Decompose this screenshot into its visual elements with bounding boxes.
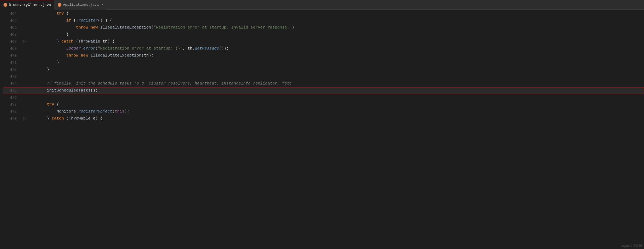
line-content-469: Logger.error("Registration error at star…	[27, 45, 644, 52]
line-number-469: 469	[3, 45, 22, 52]
fold-arrow-479[interactable]: −	[23, 117, 26, 120]
code-line-473: 473	[3, 73, 644, 80]
line-number-464: 464	[3, 10, 22, 17]
code-line-469: 469 Logger.error("Registration error at …	[3, 45, 644, 52]
line-number-474: 474	[3, 80, 22, 87]
fold-arrow-468[interactable]: −	[23, 40, 26, 43]
line-content-465: if (!register() ) {	[27, 17, 644, 24]
line-number-467: 467	[3, 31, 22, 38]
line-content-473	[27, 73, 644, 80]
line-number-470: 470	[3, 52, 22, 59]
line-content-477: try {	[27, 101, 644, 108]
tab-bar: CDiscoveryClient.javaCApplications.java×	[0, 0, 644, 10]
line-number-472: 472	[3, 66, 22, 73]
line-number-477: 477	[3, 101, 22, 108]
line-content-479: } catch (Throwable e) {	[27, 115, 644, 122]
editor-container: 464 try {465 if (!register() ) {466 thro…	[0, 10, 644, 249]
line-number-476: 476	[3, 94, 22, 101]
code-line-467: 467 }	[3, 31, 644, 38]
tab-label-discovery: DiscoveryClient.java	[9, 3, 51, 7]
line-content-474: // finally, init the schedule tasks (e.g…	[27, 80, 644, 87]
code-line-471: 471 }	[3, 59, 644, 66]
line-content-471: }	[27, 59, 644, 66]
line-content-467: }	[27, 31, 644, 38]
line-marker-468: −	[22, 40, 27, 43]
line-number-468: 468	[3, 38, 22, 45]
tab-icon-discovery: C	[4, 3, 7, 7]
code-line-478: 478 Monitors.registerObject(this);	[3, 108, 644, 115]
line-number-473: 473	[3, 73, 22, 80]
line-content-470: throw new IllegalStateException(th);	[27, 52, 644, 59]
code-line-464: 464 try {	[3, 10, 644, 17]
tab-discovery[interactable]: CDiscoveryClient.java	[0, 0, 54, 10]
code-line-475: 475 initScheduledTasks();	[3, 87, 644, 94]
line-number-471: 471	[3, 59, 22, 66]
code-line-466: 466 throw new IllegalStateException("Reg…	[3, 24, 644, 31]
code-line-465: 465 if (!register() ) {	[3, 17, 644, 24]
tab-applications[interactable]: CApplications.java×	[54, 0, 107, 10]
watermark: CSDN © 互联网	[621, 244, 642, 248]
line-content-468: } catch (Throwable th) {	[27, 38, 644, 45]
tab-close-applications[interactable]: ×	[102, 3, 103, 7]
code-line-468: 468− } catch (Throwable th) {	[3, 38, 644, 45]
code-line-479: 479− } catch (Throwable e) {	[3, 115, 644, 122]
line-number-475: 475	[3, 87, 22, 94]
line-content-478: Monitors.registerObject(this);	[27, 108, 644, 115]
code-line-472: 472 }	[3, 66, 644, 73]
line-number-478: 478	[3, 108, 22, 115]
line-number-479: 479	[3, 115, 22, 122]
line-number-465: 465	[3, 17, 22, 24]
line-number-466: 466	[3, 24, 22, 31]
code-line-470: 470 throw new IllegalStateException(th);	[3, 52, 644, 59]
line-content-464: try {	[27, 10, 644, 17]
code-area: 464 try {465 if (!register() ) {466 thro…	[0, 10, 644, 249]
line-content-476	[27, 94, 644, 101]
tab-icon-applications: C	[58, 3, 61, 7]
line-content-466: throw new IllegalStateException("Registr…	[27, 24, 644, 31]
tab-label-applications: Applications.java	[63, 3, 99, 7]
line-content-475: initScheduledTasks();	[27, 87, 644, 94]
line-content-472: }	[27, 66, 644, 73]
code-line-477: 477 try {	[3, 101, 644, 108]
code-line-474: 474 // finally, init the schedule tasks …	[3, 80, 644, 87]
code-line-476: 476	[3, 94, 644, 101]
line-marker-479: −	[22, 117, 27, 120]
